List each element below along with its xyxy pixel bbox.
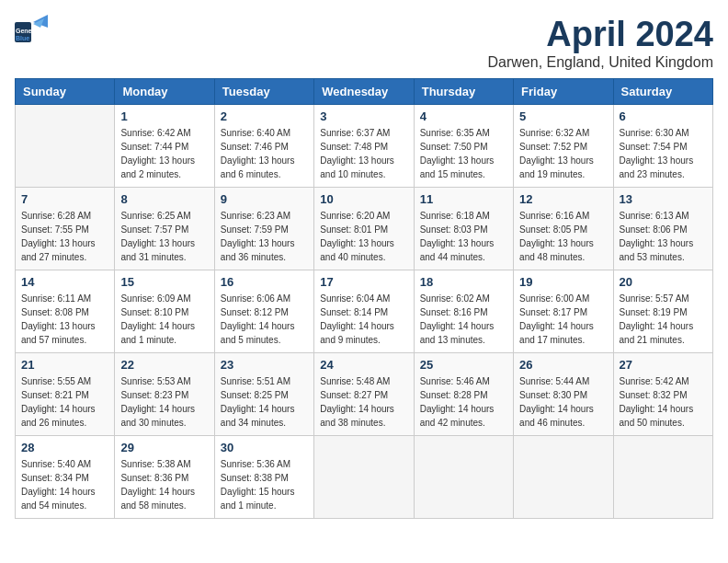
calendar-cell: 10Sunrise: 6:20 AM Sunset: 8:01 PM Dayli… <box>314 188 414 270</box>
day-header-sunday: Sunday <box>16 79 115 105</box>
calendar-cell: 18Sunrise: 6:02 AM Sunset: 8:16 PM Dayli… <box>414 270 513 353</box>
calendar-cell <box>16 105 115 188</box>
day-number: 23 <box>221 358 308 372</box>
calendar-table: SundayMondayTuesdayWednesdayThursdayFrid… <box>15 78 713 519</box>
calendar-cell: 27Sunrise: 5:42 AM Sunset: 8:32 PM Dayli… <box>613 353 712 436</box>
day-info: Sunrise: 6:06 AM Sunset: 8:12 PM Dayligh… <box>221 292 308 347</box>
calendar-header-row: SundayMondayTuesdayWednesdayThursdayFrid… <box>16 79 713 105</box>
day-number: 17 <box>320 275 407 289</box>
calendar-cell <box>514 436 613 519</box>
day-info: Sunrise: 6:13 AM Sunset: 8:06 PM Dayligh… <box>620 209 707 264</box>
month-title: April 2024 <box>488 15 713 54</box>
calendar-cell: 8Sunrise: 6:25 AM Sunset: 7:57 PM Daylig… <box>115 188 214 270</box>
day-info: Sunrise: 5:42 AM Sunset: 8:32 PM Dayligh… <box>620 374 707 430</box>
day-info: Sunrise: 6:00 AM Sunset: 8:17 PM Dayligh… <box>519 292 607 347</box>
calendar-cell: 23Sunrise: 5:51 AM Sunset: 8:25 PM Dayli… <box>214 353 313 436</box>
logo-icon: General Blue <box>15 15 48 42</box>
day-number: 4 <box>420 109 507 123</box>
day-number: 28 <box>21 441 108 454</box>
day-number: 8 <box>120 192 208 206</box>
calendar-week-1: 1Sunrise: 6:42 AM Sunset: 7:44 PM Daylig… <box>16 105 713 188</box>
day-number: 29 <box>120 441 208 454</box>
day-info: Sunrise: 6:42 AM Sunset: 7:44 PM Dayligh… <box>120 126 208 181</box>
day-number: 16 <box>221 275 308 289</box>
calendar-cell: 12Sunrise: 6:16 AM Sunset: 8:05 PM Dayli… <box>514 188 613 270</box>
calendar-week-4: 21Sunrise: 5:55 AM Sunset: 8:21 PM Dayli… <box>16 353 713 436</box>
calendar-cell: 9Sunrise: 6:23 AM Sunset: 7:59 PM Daylig… <box>214 188 313 270</box>
calendar-cell: 30Sunrise: 5:36 AM Sunset: 8:38 PM Dayli… <box>214 436 313 519</box>
calendar-week-2: 7Sunrise: 6:28 AM Sunset: 7:55 PM Daylig… <box>16 188 713 270</box>
day-info: Sunrise: 5:51 AM Sunset: 8:25 PM Dayligh… <box>221 374 308 430</box>
svg-text:Blue: Blue <box>16 35 29 41</box>
day-info: Sunrise: 6:37 AM Sunset: 7:48 PM Dayligh… <box>320 126 407 181</box>
day-info: Sunrise: 6:25 AM Sunset: 7:57 PM Dayligh… <box>120 209 208 264</box>
calendar-cell: 22Sunrise: 5:53 AM Sunset: 8:23 PM Dayli… <box>115 353 214 436</box>
calendar-cell: 6Sunrise: 6:30 AM Sunset: 7:54 PM Daylig… <box>613 105 712 188</box>
day-info: Sunrise: 6:28 AM Sunset: 7:55 PM Dayligh… <box>21 209 108 264</box>
day-number: 14 <box>21 275 108 289</box>
day-info: Sunrise: 5:55 AM Sunset: 8:21 PM Dayligh… <box>21 374 108 430</box>
day-info: Sunrise: 6:30 AM Sunset: 7:54 PM Dayligh… <box>620 126 707 181</box>
calendar-cell: 24Sunrise: 5:48 AM Sunset: 8:27 PM Dayli… <box>314 353 414 436</box>
day-header-thursday: Thursday <box>414 79 513 105</box>
day-info: Sunrise: 6:23 AM Sunset: 7:59 PM Dayligh… <box>221 209 308 264</box>
calendar-cell: 5Sunrise: 6:32 AM Sunset: 7:52 PM Daylig… <box>514 105 613 188</box>
day-number: 2 <box>221 109 308 123</box>
day-number: 9 <box>221 192 308 206</box>
day-number: 5 <box>519 109 607 123</box>
day-info: Sunrise: 6:18 AM Sunset: 8:03 PM Dayligh… <box>420 209 507 264</box>
calendar-cell: 26Sunrise: 5:44 AM Sunset: 8:30 PM Dayli… <box>514 353 613 436</box>
calendar-cell: 7Sunrise: 6:28 AM Sunset: 7:55 PM Daylig… <box>16 188 115 270</box>
day-info: Sunrise: 6:35 AM Sunset: 7:50 PM Dayligh… <box>420 126 507 181</box>
day-number: 30 <box>221 441 308 454</box>
day-number: 3 <box>320 109 407 123</box>
day-info: Sunrise: 5:44 AM Sunset: 8:30 PM Dayligh… <box>519 374 607 430</box>
svg-text:General: General <box>16 28 40 34</box>
calendar-cell: 11Sunrise: 6:18 AM Sunset: 8:03 PM Dayli… <box>414 188 513 270</box>
calendar-cell: 15Sunrise: 6:09 AM Sunset: 8:10 PM Dayli… <box>115 270 214 353</box>
day-info: Sunrise: 5:57 AM Sunset: 8:19 PM Dayligh… <box>620 292 707 347</box>
day-info: Sunrise: 6:16 AM Sunset: 8:05 PM Dayligh… <box>519 209 607 264</box>
calendar-cell: 13Sunrise: 6:13 AM Sunset: 8:06 PM Dayli… <box>613 188 712 270</box>
calendar-week-5: 28Sunrise: 5:40 AM Sunset: 8:34 PM Dayli… <box>16 436 713 519</box>
calendar-cell: 19Sunrise: 6:00 AM Sunset: 8:17 PM Dayli… <box>514 270 613 353</box>
logo: General Blue <box>15 15 48 42</box>
day-number: 27 <box>620 358 707 372</box>
day-info: Sunrise: 6:09 AM Sunset: 8:10 PM Dayligh… <box>120 292 208 347</box>
day-number: 13 <box>620 192 707 206</box>
day-number: 10 <box>320 192 407 206</box>
calendar-cell: 21Sunrise: 5:55 AM Sunset: 8:21 PM Dayli… <box>16 353 115 436</box>
day-info: Sunrise: 6:32 AM Sunset: 7:52 PM Dayligh… <box>519 126 607 181</box>
day-number: 26 <box>519 358 607 372</box>
day-number: 15 <box>120 275 208 289</box>
day-info: Sunrise: 6:04 AM Sunset: 8:14 PM Dayligh… <box>320 292 407 347</box>
calendar-cell <box>613 436 712 519</box>
calendar-cell: 28Sunrise: 5:40 AM Sunset: 8:34 PM Dayli… <box>16 436 115 519</box>
day-header-saturday: Saturday <box>613 79 712 105</box>
day-number: 6 <box>620 109 707 123</box>
calendar-cell: 17Sunrise: 6:04 AM Sunset: 8:14 PM Dayli… <box>314 270 414 353</box>
day-info: Sunrise: 5:38 AM Sunset: 8:36 PM Dayligh… <box>120 457 208 512</box>
calendar-cell: 1Sunrise: 6:42 AM Sunset: 7:44 PM Daylig… <box>115 105 214 188</box>
calendar-cell: 3Sunrise: 6:37 AM Sunset: 7:48 PM Daylig… <box>314 105 414 188</box>
calendar-cell: 14Sunrise: 6:11 AM Sunset: 8:08 PM Dayli… <box>16 270 115 353</box>
day-number: 7 <box>21 192 108 206</box>
page-header: General Blue April 2024 Darwen, England,… <box>15 15 713 71</box>
day-info: Sunrise: 5:36 AM Sunset: 8:38 PM Dayligh… <box>221 457 308 512</box>
title-block: April 2024 Darwen, England, United Kingd… <box>488 15 713 71</box>
calendar-cell: 20Sunrise: 5:57 AM Sunset: 8:19 PM Dayli… <box>613 270 712 353</box>
day-number: 18 <box>420 275 507 289</box>
day-info: Sunrise: 6:40 AM Sunset: 7:46 PM Dayligh… <box>221 126 308 181</box>
day-info: Sunrise: 5:40 AM Sunset: 8:34 PM Dayligh… <box>21 457 108 512</box>
calendar-cell <box>414 436 513 519</box>
day-number: 25 <box>420 358 507 372</box>
day-number: 19 <box>519 275 607 289</box>
day-number: 21 <box>21 358 108 372</box>
day-number: 20 <box>620 275 707 289</box>
day-number: 1 <box>120 109 208 123</box>
day-number: 11 <box>420 192 507 206</box>
day-header-wednesday: Wednesday <box>314 79 414 105</box>
calendar-cell: 25Sunrise: 5:46 AM Sunset: 8:28 PM Dayli… <box>414 353 513 436</box>
day-number: 22 <box>120 358 208 372</box>
calendar-cell <box>314 436 414 519</box>
